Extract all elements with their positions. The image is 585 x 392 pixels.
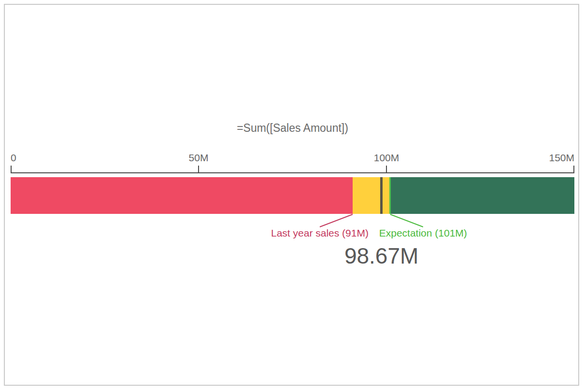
axis-line <box>11 172 574 173</box>
axis-tick-label: 50M <box>189 152 209 164</box>
axis-tick-label: 0 <box>11 152 16 164</box>
leader-lines <box>0 214 585 228</box>
axis-tick-mark <box>11 166 12 172</box>
bar-segment-between-targets <box>353 177 390 214</box>
reference-label: Last year sales (91M) <box>271 227 369 239</box>
chart-title: =Sum([Sales Amount]) <box>11 122 574 135</box>
leader-line <box>320 214 353 227</box>
value-marker <box>380 177 383 214</box>
measure-value: 98.67M <box>344 243 418 269</box>
bullet-bar <box>11 177 574 214</box>
leader-line <box>390 214 423 227</box>
axis-tick-mark <box>198 166 199 172</box>
axis-tick-label: 100M <box>374 152 400 164</box>
bar-segment-above-expectation <box>390 177 574 214</box>
bar-segment-below-last-year <box>11 177 353 214</box>
reference-label: Expectation (101M) <box>379 227 467 239</box>
axis-tick-mark <box>573 166 574 172</box>
bullet-chart: =Sum([Sales Amount]) 050M100M150M Last y… <box>0 0 585 392</box>
reference-line <box>389 177 391 214</box>
axis-tick-label: 150M <box>549 152 574 164</box>
axis-tick-mark <box>386 166 387 172</box>
